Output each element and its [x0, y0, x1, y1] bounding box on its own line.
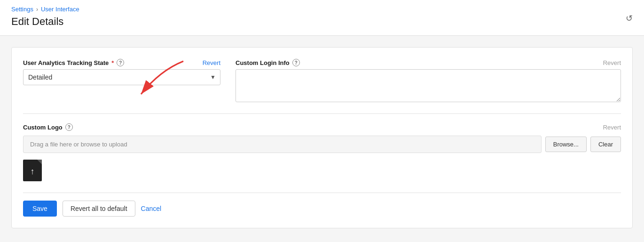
- edit-details-card: User Analytics Tracking State * ? Revert…: [11, 47, 633, 228]
- breadcrumb-settings[interactable]: Settings: [11, 6, 33, 13]
- cancel-link[interactable]: Cancel: [141, 205, 162, 212]
- custom-login-help-icon[interactable]: ?: [292, 59, 300, 66]
- custom-logo-help-icon[interactable]: ?: [65, 123, 73, 131]
- footer-actions: Save Revert all to default Cancel: [23, 193, 621, 217]
- custom-logo-label-row: Custom Logo ? Revert: [23, 123, 621, 131]
- upload-arrow-icon: ↑: [31, 167, 35, 177]
- analytics-label-text: User Analytics Tracking State: [23, 59, 109, 66]
- custom-login-field-group: Custom Login Info ? Revert: [236, 59, 621, 102]
- analytics-help-icon[interactable]: ?: [117, 59, 124, 66]
- save-button[interactable]: Save: [23, 201, 57, 217]
- upload-row: Drag a file here or browse to upload Bro…: [23, 136, 621, 153]
- custom-login-label-row: Custom Login Info ? Revert: [236, 59, 621, 66]
- custom-logo-label-text: Custom Logo: [23, 124, 63, 131]
- custom-logo-label: Custom Logo ?: [23, 123, 73, 131]
- browse-button[interactable]: Browse...: [545, 137, 587, 152]
- analytics-required: *: [111, 59, 114, 66]
- custom-login-label-text: Custom Login Info: [236, 59, 290, 66]
- clear-button[interactable]: Clear: [590, 137, 621, 152]
- history-icon[interactable]: ↺: [626, 13, 633, 24]
- custom-login-revert[interactable]: Revert: [603, 59, 621, 66]
- revert-all-button[interactable]: Revert all to default: [63, 201, 135, 217]
- analytics-label: User Analytics Tracking State * ?: [23, 59, 124, 66]
- analytics-select[interactable]: Detailed Basic None: [23, 69, 220, 85]
- file-upload-icon[interactable]: ↑: [23, 160, 42, 181]
- breadcrumb: Settings › User Interface: [11, 6, 633, 13]
- fields-row: User Analytics Tracking State * ? Revert…: [23, 59, 621, 102]
- section-divider: [23, 113, 621, 114]
- analytics-revert-link[interactable]: Revert: [203, 59, 220, 66]
- upload-drop-zone[interactable]: Drag a file here or browse to upload: [23, 136, 542, 153]
- custom-login-label: Custom Login Info ?: [236, 59, 300, 66]
- analytics-select-wrapper: Detailed Basic None ▼: [23, 69, 220, 85]
- custom-logo-revert[interactable]: Revert: [603, 124, 621, 131]
- analytics-label-row: User Analytics Tracking State * ? Revert: [23, 59, 220, 66]
- custom-logo-section: Custom Logo ? Revert Drag a file here or…: [23, 123, 621, 181]
- custom-login-textarea[interactable]: [236, 69, 621, 102]
- analytics-field-group: User Analytics Tracking State * ? Revert…: [23, 59, 220, 102]
- breadcrumb-separator: ›: [36, 6, 38, 13]
- breadcrumb-user-interface[interactable]: User Interface: [41, 6, 79, 13]
- page-header: Settings › User Interface Edit Details ↺: [0, 0, 644, 36]
- page-title: Edit Details: [11, 16, 633, 28]
- content-area: User Analytics Tracking State * ? Revert…: [0, 36, 644, 240]
